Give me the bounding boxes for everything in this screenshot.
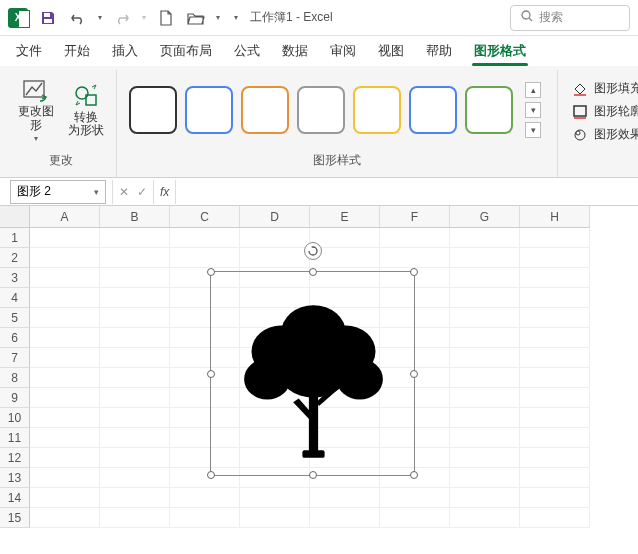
cell-G6[interactable]	[450, 328, 520, 348]
shape-effects-button[interactable]: 图形效果▾	[572, 126, 638, 143]
resize-handle-w[interactable]	[207, 370, 215, 378]
cell-B6[interactable]	[100, 328, 170, 348]
tab-review[interactable]: 审阅	[328, 38, 358, 66]
cell-H8[interactable]	[520, 368, 590, 388]
cell-H10[interactable]	[520, 408, 590, 428]
cell-A2[interactable]	[30, 248, 100, 268]
style-swatch-5[interactable]	[409, 86, 457, 134]
cell-A5[interactable]	[30, 308, 100, 328]
resize-handle-se[interactable]	[410, 471, 418, 479]
cell-G9[interactable]	[450, 388, 520, 408]
cell-E15[interactable]	[310, 508, 380, 528]
row-header-15[interactable]: 15	[0, 508, 30, 528]
cell-D14[interactable]	[240, 488, 310, 508]
cell-H7[interactable]	[520, 348, 590, 368]
row-header-7[interactable]: 7	[0, 348, 30, 368]
cell-A1[interactable]	[30, 228, 100, 248]
cell-A10[interactable]	[30, 408, 100, 428]
col-header-B[interactable]: B	[100, 206, 170, 228]
cell-E1[interactable]	[310, 228, 380, 248]
cell-B8[interactable]	[100, 368, 170, 388]
cell-A14[interactable]	[30, 488, 100, 508]
style-scroll-down-button[interactable]: ▾	[525, 102, 541, 118]
name-box-dropdown-icon[interactable]: ▾	[94, 187, 99, 197]
cell-C14[interactable]	[170, 488, 240, 508]
tab-page-layout[interactable]: 页面布局	[158, 38, 214, 66]
cell-G5[interactable]	[450, 308, 520, 328]
accept-formula-button[interactable]: ✓	[137, 185, 147, 199]
style-swatch-3[interactable]	[297, 86, 345, 134]
rotate-handle[interactable]	[304, 242, 322, 260]
cell-G10[interactable]	[450, 408, 520, 428]
col-header-F[interactable]: F	[380, 206, 450, 228]
cell-G3[interactable]	[450, 268, 520, 288]
cell-G4[interactable]	[450, 288, 520, 308]
resize-handle-sw[interactable]	[207, 471, 215, 479]
cell-H4[interactable]	[520, 288, 590, 308]
row-header-10[interactable]: 10	[0, 408, 30, 428]
cell-F1[interactable]	[380, 228, 450, 248]
cell-H15[interactable]	[520, 508, 590, 528]
resize-handle-nw[interactable]	[207, 268, 215, 276]
tab-insert[interactable]: 插入	[110, 38, 140, 66]
cell-H1[interactable]	[520, 228, 590, 248]
style-swatch-4[interactable]	[353, 86, 401, 134]
cell-G1[interactable]	[450, 228, 520, 248]
cell-H3[interactable]	[520, 268, 590, 288]
col-header-C[interactable]: C	[170, 206, 240, 228]
undo-button[interactable]	[68, 8, 88, 28]
cell-A15[interactable]	[30, 508, 100, 528]
cell-A11[interactable]	[30, 428, 100, 448]
style-gallery-expand-button[interactable]: ▾	[525, 122, 541, 138]
cell-G15[interactable]	[450, 508, 520, 528]
tab-file[interactable]: 文件	[14, 38, 44, 66]
undo-dropdown-icon[interactable]: ▾	[98, 13, 102, 22]
col-header-A[interactable]: A	[30, 206, 100, 228]
select-all-corner[interactable]	[0, 206, 30, 228]
resize-handle-n[interactable]	[309, 268, 317, 276]
row-header-4[interactable]: 4	[0, 288, 30, 308]
style-swatch-1[interactable]	[185, 86, 233, 134]
shape-fill-button[interactable]: 图形填充▾	[572, 80, 638, 97]
cancel-formula-button[interactable]: ✕	[119, 185, 129, 199]
change-graphic-button[interactable]: 更改图 形 ▾	[14, 73, 58, 146]
redo-dropdown-icon[interactable]: ▾	[142, 13, 146, 22]
cell-B7[interactable]	[100, 348, 170, 368]
row-header-14[interactable]: 14	[0, 488, 30, 508]
cell-B3[interactable]	[100, 268, 170, 288]
row-header-2[interactable]: 2	[0, 248, 30, 268]
new-file-button[interactable]	[156, 8, 176, 28]
cell-B1[interactable]	[100, 228, 170, 248]
cell-G11[interactable]	[450, 428, 520, 448]
cell-B5[interactable]	[100, 308, 170, 328]
name-box[interactable]: 图形 2 ▾	[10, 180, 106, 204]
resize-handle-e[interactable]	[410, 370, 418, 378]
row-header-9[interactable]: 9	[0, 388, 30, 408]
cell-G13[interactable]	[450, 468, 520, 488]
open-dropdown-icon[interactable]: ▾	[216, 13, 220, 22]
cell-A8[interactable]	[30, 368, 100, 388]
cell-G2[interactable]	[450, 248, 520, 268]
cell-C1[interactable]	[170, 228, 240, 248]
cell-H14[interactable]	[520, 488, 590, 508]
col-header-H[interactable]: H	[520, 206, 590, 228]
tab-data[interactable]: 数据	[280, 38, 310, 66]
cell-G8[interactable]	[450, 368, 520, 388]
tree-graphic[interactable]	[221, 282, 406, 470]
resize-handle-s[interactable]	[309, 471, 317, 479]
cell-H9[interactable]	[520, 388, 590, 408]
style-swatch-0[interactable]	[129, 86, 177, 134]
cell-G14[interactable]	[450, 488, 520, 508]
cell-C2[interactable]	[170, 248, 240, 268]
cell-B15[interactable]	[100, 508, 170, 528]
search-box[interactable]: 搜索	[510, 5, 630, 31]
cell-C15[interactable]	[170, 508, 240, 528]
cell-H5[interactable]	[520, 308, 590, 328]
shape-outline-button[interactable]: 图形轮廓▾	[572, 103, 638, 120]
row-header-1[interactable]: 1	[0, 228, 30, 248]
cell-E14[interactable]	[310, 488, 380, 508]
cell-B4[interactable]	[100, 288, 170, 308]
cell-D1[interactable]	[240, 228, 310, 248]
cell-B2[interactable]	[100, 248, 170, 268]
cell-H2[interactable]	[520, 248, 590, 268]
